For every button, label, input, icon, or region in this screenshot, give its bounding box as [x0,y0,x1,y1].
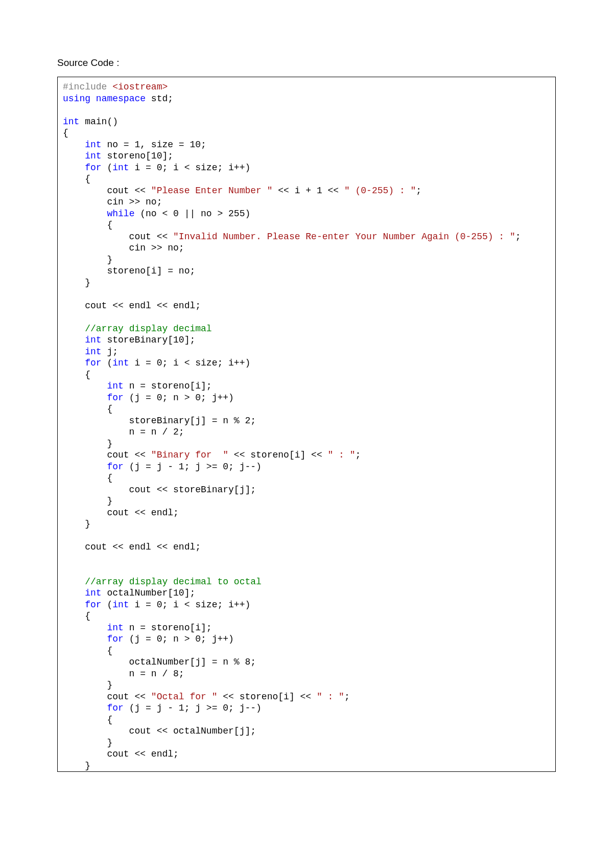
code-token: int [63,117,79,127]
code-token: for [107,634,123,644]
code-token: //array display decimal [85,324,211,334]
code-token: int [85,140,101,150]
code-listing: #include <iostream> using namespace std;… [57,77,556,772]
code-token: #include [63,82,107,92]
code-token: for [107,703,123,713]
code-token: " : " [328,450,356,460]
code-token: int [112,358,129,368]
code-token: <iostream> [112,82,168,92]
code-token: int [85,335,101,345]
code-token: int [112,163,129,173]
code-token: int [85,347,101,357]
code-token: for [85,358,101,368]
code-token: int [112,600,129,610]
document-page: Source Code : #include <iostream> using … [0,0,613,868]
code-token: for [107,462,123,472]
code-token: int [85,151,101,161]
code-token: while [107,209,134,219]
code-token: for [85,600,101,610]
code-token: namespace [96,94,146,104]
code-token: "Octal for " [151,692,218,702]
code-token: int [107,381,123,391]
code-token: using [63,94,90,104]
code-token: for [85,163,101,173]
section-heading: Source Code : [57,57,556,68]
code-token: " (0-255) : " [344,186,416,196]
code-token: " : " [317,692,344,702]
code-token: "Please Enter Number " [151,186,273,196]
code-token: for [107,393,123,403]
code-token: //array display decimal to octal [85,577,262,587]
code-token: int [107,623,123,633]
code-token: int [85,588,101,598]
code-token: "Binary for " [151,450,228,460]
code-token: "Invalid Number. Please Re-enter Your Nu… [173,232,515,242]
